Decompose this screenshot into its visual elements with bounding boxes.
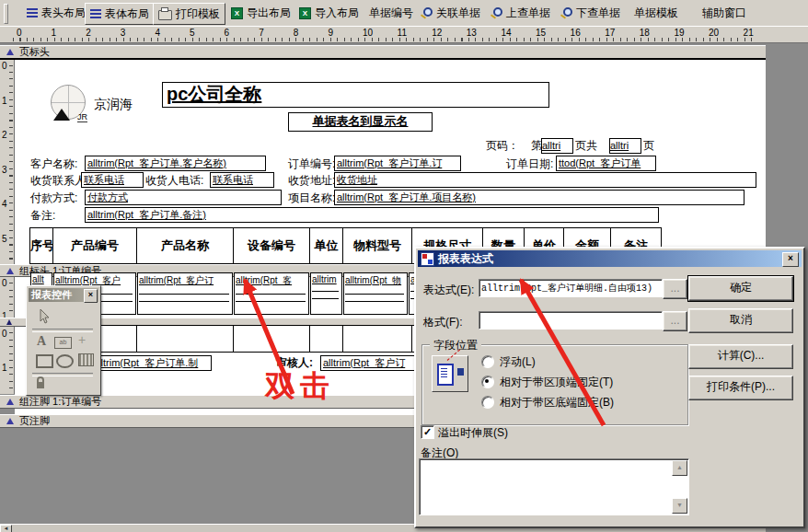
table-header-cell[interactable]: 产品编号 xyxy=(53,228,137,263)
pageno-field-2[interactable]: alltri xyxy=(609,138,641,154)
detail-field-cell[interactable]: alltrim(Rpt_物 xyxy=(343,272,408,315)
toolbar-button-4[interactable]: X导出布局 xyxy=(226,3,295,23)
expression-input[interactable] xyxy=(479,279,663,297)
consignee-phone-field[interactable]: 联系电话 xyxy=(210,172,274,188)
label-tool-icon[interactable]: A xyxy=(37,334,46,349)
calculate-button[interactable]: 计算(C)... xyxy=(688,344,793,369)
radio-button-icon[interactable] xyxy=(481,376,494,388)
field-tool-icon[interactable]: ab xyxy=(54,337,72,349)
ellipse-tool-icon[interactable] xyxy=(56,354,74,368)
position-radio-2[interactable]: 相对于带区顶端固定(T) xyxy=(481,375,614,389)
ruler-number: 2 xyxy=(2,130,7,140)
scroll-up-icon[interactable]: ▲ xyxy=(672,460,687,476)
palette-title-bar[interactable]: 报表控件 × xyxy=(29,288,98,302)
format-input[interactable] xyxy=(479,311,663,330)
detail-field-cell[interactable]: alltrim(Rpt_客户订 xyxy=(137,272,233,315)
position-radio-1[interactable]: 浮动(L) xyxy=(481,354,614,369)
radio-label: 相对于带区底端固定(B) xyxy=(500,395,614,411)
ruler-number: 0 xyxy=(17,28,22,38)
toolbar-button-2[interactable]: 表体布局 xyxy=(85,3,155,25)
toolbar-grip[interactable] xyxy=(4,4,8,24)
dialog-title-bar[interactable]: 报表表达式 × xyxy=(418,250,802,267)
ruler-number: 19 xyxy=(674,28,684,38)
ok-button[interactable]: 确定 xyxy=(688,276,793,301)
ruler-number: 4 xyxy=(2,199,7,209)
detail-field-expression: alltrim(Rpt_客 xyxy=(235,273,308,287)
logo-company-name[interactable]: 京润海 xyxy=(94,97,133,113)
detail-field-cell[interactable]: alltrim(Rpt_客 xyxy=(234,272,309,315)
cancel-button[interactable]: 取消 xyxy=(688,308,793,333)
payment-method-field[interactable]: 付款方式 xyxy=(85,190,282,205)
report-controls-palette: 报表控件 × A ab + xyxy=(26,285,101,396)
auditor-field[interactable]: alltrim(Rpt_客户订 xyxy=(320,355,424,371)
toolbar-button-5[interactable]: X导入布局 xyxy=(294,3,364,23)
ruler-number: 17 xyxy=(605,28,615,38)
delivery-address-field[interactable]: 收货地址 xyxy=(334,172,756,188)
band-triangle-icon xyxy=(6,268,14,274)
cell-line xyxy=(312,298,339,299)
table-header-cell[interactable]: 物料型号 xyxy=(343,228,412,263)
company-title-field[interactable]: pc公司全称 xyxy=(162,82,549,108)
ruler-number: 1 xyxy=(2,96,7,106)
radio-button-icon[interactable] xyxy=(481,396,494,409)
detail-field-cell[interactable]: alltrim xyxy=(310,272,342,315)
comment-textarea[interactable]: ▲ ▼ xyxy=(419,458,689,515)
order-date-field[interactable]: ttod(Rpt_客户订单 xyxy=(556,156,656,171)
select-tool-icon[interactable] xyxy=(38,308,51,325)
expression-browse-button[interactable]: ... xyxy=(663,279,687,299)
ruler-number: 1 xyxy=(2,363,7,373)
table-header-cell[interactable]: 序号 xyxy=(30,228,53,263)
project-name-field[interactable]: alltrim(Rpt_客户订单.项目名称) xyxy=(334,190,745,205)
doc-title-field[interactable]: 单据表名到显示名 xyxy=(288,112,433,132)
toolbar-button-6[interactable]: 单据编号 xyxy=(364,3,418,23)
ruler-number: 0 xyxy=(2,278,7,288)
vertical-ruler-detail: 01 xyxy=(0,326,15,394)
pageno-post: 页 xyxy=(643,139,654,153)
maker-field[interactable]: alltrim(Rpt_客户订单.制 xyxy=(90,355,212,371)
toolbar-button-1[interactable]: 表头布局 xyxy=(22,3,90,23)
toolbar-button-9[interactable]: 下查单据 xyxy=(556,3,625,23)
position-radio-3[interactable]: 相对于带区底端固定(B) xyxy=(481,395,614,410)
line-tool-icon[interactable]: + xyxy=(78,332,86,347)
rectangle-tool-icon[interactable] xyxy=(36,354,53,368)
band-bar-page-header[interactable]: 页标头 xyxy=(0,45,766,60)
ruler-number: 20 xyxy=(709,28,719,38)
stretch-checkbox[interactable]: ✓ xyxy=(421,425,434,439)
ruler-number: 0 xyxy=(2,329,7,339)
toolbar-button-11[interactable]: 辅助窗口 xyxy=(698,3,751,23)
consignee-field[interactable]: 联系电话 xyxy=(81,172,144,188)
toolbar-button-10[interactable]: 单据模板 xyxy=(629,3,683,23)
ruler-number: 18 xyxy=(640,28,650,38)
ruler-number: 21 xyxy=(744,28,754,38)
cell-line xyxy=(236,301,306,302)
band-triangle-icon xyxy=(6,399,14,405)
toolbar-button-label: 导入布局 xyxy=(315,6,359,21)
toolbar-button-label: 打印模板 xyxy=(176,6,220,22)
order-no-field[interactable]: alltrim(Rpt_客户订单.订 xyxy=(334,156,461,171)
close-icon[interactable]: × xyxy=(782,252,799,267)
customer-name-field[interactable]: alltrim(Rpt_客户订单.客户名称) xyxy=(85,156,266,171)
toolbar-button-8[interactable]: 上查单据 xyxy=(486,3,555,23)
radio-button-icon[interactable] xyxy=(481,355,494,368)
remark-field[interactable]: alltrim(Rpt_客户订单.备注) xyxy=(85,207,659,223)
table-header-cell[interactable]: 单位 xyxy=(310,228,343,263)
lock-tool-icon[interactable] xyxy=(35,376,46,394)
format-label: 格式(F): xyxy=(423,315,463,330)
band-triangle-icon xyxy=(6,319,12,325)
field-position-icon xyxy=(432,355,468,392)
table-header-cell[interactable]: 产品名称 xyxy=(137,228,234,263)
pageno-field-1[interactable]: alltri xyxy=(541,138,573,154)
close-icon[interactable]: × xyxy=(84,289,98,303)
ruler-number: 8 xyxy=(294,28,299,38)
ellipsis-icon: ... xyxy=(670,282,679,295)
toolbar-button-3[interactable]: 打印模板 xyxy=(153,3,225,25)
scroll-left-button[interactable]: ◄ xyxy=(0,525,12,532)
picture-tool-icon[interactable] xyxy=(78,353,94,366)
expression-label: 表达式(E): xyxy=(423,283,474,298)
format-browse-button[interactable]: ... xyxy=(663,311,687,331)
table-header-cell[interactable]: 设备编号 xyxy=(234,228,310,263)
print-condition-button[interactable]: 打印条件(P)... xyxy=(688,376,793,400)
cell-line xyxy=(345,301,404,302)
toolbar-button-7[interactable]: 关联单据 xyxy=(416,3,485,23)
scroll-down-icon[interactable]: ▼ xyxy=(672,498,687,514)
